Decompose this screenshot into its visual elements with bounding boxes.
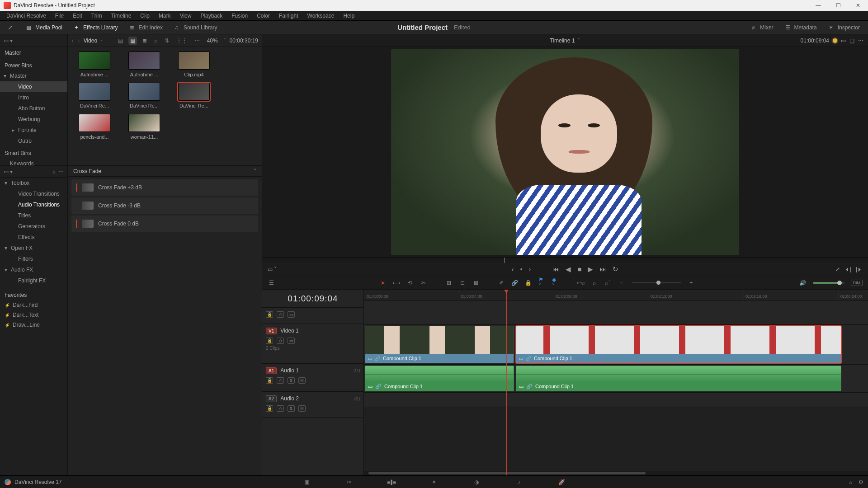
menu-view[interactable]: View <box>175 13 196 19</box>
page-edit[interactable]: ≡∥≡ <box>386 477 397 488</box>
fx-more-button[interactable]: ⋯ <box>58 169 64 175</box>
volume-slider[interactable] <box>813 282 844 284</box>
mute-track-button[interactable]: M <box>298 405 306 412</box>
fx-openfx[interactable]: ▾Open FX <box>0 243 67 253</box>
menu-help[interactable]: Help <box>339 13 359 19</box>
prev-edit-button[interactable]: ‹ <box>512 265 514 273</box>
page-cut[interactable]: ✂ <box>344 477 354 488</box>
match-frame-button[interactable]: ⤢ <box>835 266 840 272</box>
menu-edit[interactable]: Edit <box>68 13 87 19</box>
fx-generators[interactable]: Generators <box>0 221 67 232</box>
bin-master-root[interactable]: Master <box>0 47 67 59</box>
marker-button[interactable]: ◆ ˅ <box>552 279 559 286</box>
bin-master[interactable]: ▾Master <box>0 70 67 81</box>
disable-track-icon[interactable]: ▭ <box>288 311 295 318</box>
transition-item[interactable]: Cross Fade -3 dB <box>71 197 258 214</box>
smart-bin-keywords[interactable]: Keywords <box>0 158 67 165</box>
lock-track-icon[interactable]: 🔓 <box>266 338 273 344</box>
bypass-button[interactable]: ▭ ˅ <box>268 266 277 272</box>
menu-file[interactable]: File <box>51 13 68 19</box>
single-viewer-button[interactable]: ▭ <box>841 38 846 44</box>
more-button[interactable]: ⋯ <box>193 37 202 45</box>
menu-davinci[interactable]: DaVinci Resolve <box>2 13 51 19</box>
nav-back-button[interactable]: ‹ <box>71 37 74 45</box>
bin-fortnite[interactable]: ▸Fortnite <box>0 125 67 136</box>
track-lane-a2[interactable] <box>364 393 868 407</box>
media-pool-toggle[interactable]: ▦Media Pool <box>23 23 66 32</box>
time-ruler[interactable]: 01:00:00:00 01:00:04:00 01:02:08:00 01:0… <box>364 290 868 300</box>
video-clip[interactable]: ▭🔗Compound Clip 1 <box>516 326 841 363</box>
timeline-body[interactable]: 01:00:00:00 01:00:04:00 01:02:08:00 01:0… <box>364 290 868 475</box>
timeline-options-button[interactable]: ☰ <box>268 279 275 286</box>
track-header-v1[interactable]: V1Video 1 🔓◇▭ 2 Clips <box>262 324 363 364</box>
stop-button[interactable]: ■ <box>577 265 581 273</box>
menu-workspace[interactable]: Workspace <box>303 13 339 19</box>
snap-button[interactable]: ▭⌕ <box>577 279 585 286</box>
step-back-button[interactable]: ⏴| <box>844 266 851 272</box>
project-settings-button[interactable]: ⚙ <box>859 479 863 485</box>
track-lane-v2[interactable] <box>364 300 868 325</box>
menu-playback[interactable]: Playback <box>196 13 227 19</box>
page-fusion[interactable]: ✦ <box>429 477 439 488</box>
bin-dropdown-icon[interactable]: ▭ ▾ <box>4 38 13 44</box>
play-button[interactable]: ▶ <box>588 265 593 273</box>
fx-panel-menu[interactable]: ▭ ▾ <box>4 169 13 175</box>
bin-abo-button[interactable]: Abo Button <box>0 103 67 114</box>
track-badge-v1[interactable]: V1 <box>266 328 277 334</box>
filter-button[interactable]: ⇅ <box>163 37 171 45</box>
trim-tool[interactable]: ⟷ <box>393 279 400 286</box>
audio-clip[interactable]: ▭🔗Compound Clip 1 <box>516 366 841 391</box>
bin-video[interactable]: Video <box>0 81 67 92</box>
go-end-button[interactable]: ⏭ <box>599 265 606 273</box>
step-fwd-button[interactable]: |⏵ <box>856 266 863 272</box>
menu-color[interactable]: Color <box>252 13 274 19</box>
track-lane-a1[interactable]: ▭🔗Compound Clip 1 ▭🔗Compound Clip 1 <box>364 365 868 393</box>
edit-index-toggle[interactable]: ≣Edit Index <box>126 23 166 32</box>
playhead[interactable] <box>506 290 507 475</box>
clip-item[interactable]: Aufnahme ... <box>72 52 117 77</box>
bin-intro[interactable]: Intro <box>0 92 67 103</box>
zoom-in-button[interactable]: + <box>688 279 695 286</box>
menu-timeline[interactable]: Timeline <box>106 13 136 19</box>
blade-tool[interactable]: ✂ <box>420 279 427 286</box>
clip-item[interactable]: woman-11... <box>122 114 166 140</box>
clip-item[interactable]: DaVinci Re... <box>122 83 166 108</box>
fx-collapse-button[interactable]: ˄ <box>254 168 256 174</box>
chevron-down-icon[interactable]: ˅ <box>577 38 580 44</box>
replace-button[interactable]: ⊠ <box>472 279 480 286</box>
zoom-to-fit-button[interactable]: ⌕ <box>591 279 598 286</box>
razor-button[interactable]: ✐ <box>498 279 505 286</box>
auto-select-icon[interactable]: ◇ <box>277 311 284 318</box>
view-thumb-button[interactable]: ▦ <box>128 37 137 45</box>
window-maximize-button[interactable]: ☐ <box>832 2 844 9</box>
track-header-a1[interactable]: A1Audio 12.0 🔓◇SM <box>262 364 363 392</box>
lock-track-icon[interactable]: 🔓 <box>266 377 273 384</box>
transition-item[interactable]: Cross Fade +3 dB <box>71 179 258 196</box>
favorite-item[interactable]: Draw...Line <box>0 320 67 330</box>
transition-item[interactable]: Cross Fade 0 dB <box>71 216 258 232</box>
page-color[interactable]: ◑ <box>471 477 482 488</box>
favorite-item[interactable]: Dark...Text <box>0 310 67 320</box>
mixer-toggle[interactable]: ♬Mixer <box>747 23 777 32</box>
clip-item[interactable]: DaVinci Re... <box>172 83 216 108</box>
fx-audiofx[interactable]: ▾Audio FX <box>0 264 67 275</box>
bin-werbung[interactable]: Werbung <box>0 114 67 125</box>
fx-filters[interactable]: Filters <box>0 253 67 264</box>
clip-item[interactable]: Aufnahme ... <box>122 52 166 77</box>
lock-track-icon[interactable]: 🔓 <box>266 311 273 318</box>
go-start-button[interactable]: ⏮ <box>552 265 559 273</box>
reverse-button[interactable]: ◀ <box>566 265 571 273</box>
track-badge-a1[interactable]: A1 <box>266 367 277 374</box>
sound-library-toggle[interactable]: ♫Sound Library <box>171 23 221 32</box>
next-edit-button[interactable]: › <box>528 265 531 273</box>
play-around-button[interactable]: ● <box>520 267 523 271</box>
page-deliver[interactable]: 🚀 <box>556 477 567 488</box>
link-button[interactable]: 🔗 <box>511 279 519 286</box>
page-fairlight[interactable]: ♪ <box>514 477 524 488</box>
track-header-a2[interactable]: A2Audio 2(2) 🔓◇SM <box>262 392 363 418</box>
track-badge-a2[interactable]: A2 <box>266 395 277 402</box>
flag-button[interactable]: ⚑ ˅ <box>538 279 546 286</box>
menu-trim[interactable]: Trim <box>87 13 107 19</box>
timeline-hscrollbar[interactable] <box>364 471 868 475</box>
fx-fairlight[interactable]: Fairlight FX <box>0 275 67 286</box>
